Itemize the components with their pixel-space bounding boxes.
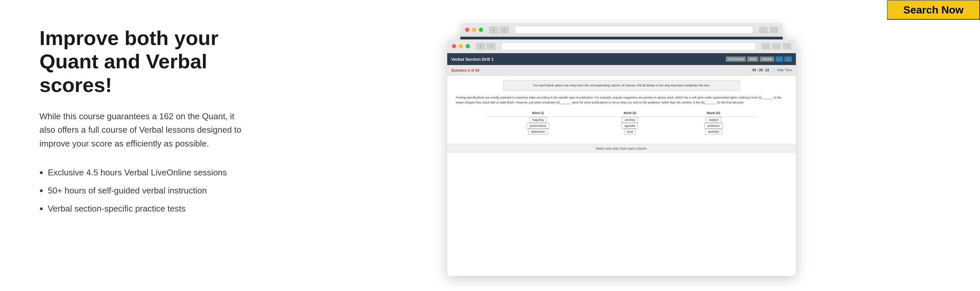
- description-text: While this course guarantees a 162 on th…: [40, 110, 250, 151]
- list-item: Verbal section-specific practice tests: [40, 202, 263, 215]
- hide-time-icon: 🕐: [771, 68, 775, 72]
- back-front-btn[interactable]: ←: [775, 57, 783, 62]
- exam-nav-buttons: Exit Section Mark Review ← →: [726, 57, 792, 62]
- left-section: Improve both your Quant and Verbal score…: [40, 20, 263, 221]
- blank-header-1: Blank (i): [486, 109, 590, 117]
- choice-cell[interactable]: ancillary: [622, 117, 638, 123]
- main-content: Improve both your Quant and Verbal score…: [0, 0, 980, 291]
- bullet-list: Exclusive 4.5 hours Verbal LiveOnline se…: [40, 166, 263, 215]
- exam-content-wrapper: Verbal Section Drill 1 Exit Section Mark…: [447, 53, 796, 276]
- search-now-button[interactable]: Search Now: [887, 0, 980, 20]
- mark-front-btn[interactable]: Mark: [747, 57, 758, 62]
- choice-cell[interactable]: ambience: [705, 123, 722, 129]
- next-front-btn[interactable]: →: [784, 57, 792, 62]
- exam-inner-content: For each blank select one entry from the…: [447, 76, 796, 276]
- traffic-green: [479, 28, 483, 32]
- back-btn[interactable]: ‹: [489, 26, 498, 33]
- traffic-yellow-front: [459, 44, 463, 48]
- front-forward-btn[interactable]: ›: [486, 43, 496, 50]
- front-nav-btns: ‹ ›: [476, 43, 496, 50]
- window-control-front: [783, 43, 791, 50]
- exam-title: Verbal Section Drill 1: [451, 57, 726, 62]
- table-row: beguiling ancillary catalyst: [486, 117, 757, 123]
- timer-display: 00 : 28 : 22: [752, 68, 769, 72]
- hide-time-label[interactable]: Hide Time: [777, 68, 792, 72]
- front-back-btn[interactable]: ‹: [476, 43, 485, 50]
- choice-cell[interactable]: lucid: [624, 129, 636, 134]
- forward-btn[interactable]: ›: [500, 26, 509, 33]
- main-heading: Improve both your Quant and Verbal score…: [40, 26, 263, 96]
- browser-front-window: ‹ › Verbal Section Drill 1: [447, 40, 796, 276]
- front-toolbar: ‹ ›: [447, 40, 796, 53]
- exam-sub-bar: Question 2 of 20 00 : 28 : 22 🕐 Hide Tim…: [447, 65, 796, 76]
- table-row: parsimonious apposite ambience: [486, 123, 757, 129]
- list-item: 50+ hours of self-guided verbal instruct…: [40, 185, 263, 197]
- choice-cell[interactable]: beguiling: [530, 117, 547, 123]
- back-nav-buttons: ‹ ›: [489, 26, 509, 33]
- table-row: deleterious lucid aesthetic: [486, 129, 757, 134]
- blank-header-2: Blank (ii): [590, 109, 670, 117]
- traffic-red: [465, 28, 469, 32]
- traffic-yellow: [472, 28, 476, 32]
- choice-cell[interactable]: apposite: [622, 123, 638, 129]
- review-front-btn[interactable]: Review: [760, 57, 774, 62]
- blank-header-3: Blank (iii): [670, 109, 757, 117]
- back-toolbar: ‹ ›: [460, 23, 783, 37]
- window-control: [770, 27, 778, 33]
- blanks-table: Blank (i) Blank (ii) Blank (iii) beguili…: [486, 109, 757, 134]
- instruction-box: For each blank select one entry from the…: [503, 80, 740, 91]
- front-address-bar[interactable]: [501, 43, 756, 50]
- right-section: ‹ › Verbal Section Drill 1 Exit Section …: [316, 20, 940, 23]
- timer-section: 00 : 28 : 22 🕐 Hide Time: [752, 68, 792, 72]
- exam-bottom-bar: Select one entry from each column.: [447, 144, 796, 153]
- traffic-red-front: [452, 44, 456, 48]
- front-window-btns: [762, 43, 791, 50]
- back-address-bar[interactable]: [515, 26, 753, 34]
- window-control-front: [762, 43, 770, 50]
- window-control-front: [772, 43, 781, 50]
- passage-text: Printing specifications are usually sele…: [452, 95, 791, 105]
- exam-top-bar: Verbal Section Drill 1 Exit Section Mark…: [447, 53, 796, 65]
- choice-cell[interactable]: deleterious: [528, 129, 548, 134]
- exit-section-front-btn[interactable]: Exit Section: [726, 57, 746, 62]
- question-info: Question 2 of 20: [451, 68, 752, 72]
- traffic-green-front: [466, 44, 470, 48]
- list-item: Exclusive 4.5 hours Verbal LiveOnline se…: [40, 166, 263, 179]
- window-control: [759, 27, 768, 33]
- question-area: For each blank select one entry from the…: [447, 76, 796, 144]
- choice-cell[interactable]: aesthetic: [705, 129, 722, 134]
- choice-cell[interactable]: parsimonious: [527, 123, 549, 129]
- choice-cell[interactable]: catalyst: [706, 117, 721, 123]
